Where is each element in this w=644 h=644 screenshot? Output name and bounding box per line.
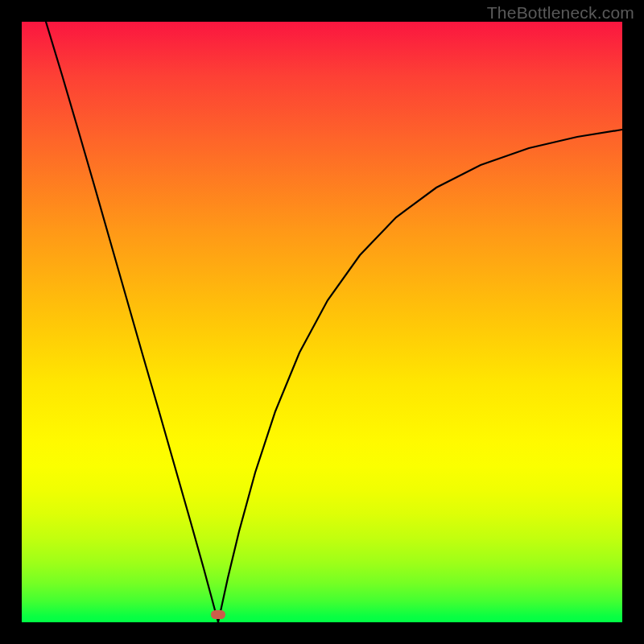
- curve-svg: [22, 22, 622, 622]
- chart-plot-area: [22, 22, 622, 622]
- curve-left-branch: [46, 22, 218, 622]
- minimum-marker: [211, 610, 225, 619]
- curve-right-branch: [218, 130, 622, 622]
- watermark-text: TheBottleneck.com: [487, 3, 634, 23]
